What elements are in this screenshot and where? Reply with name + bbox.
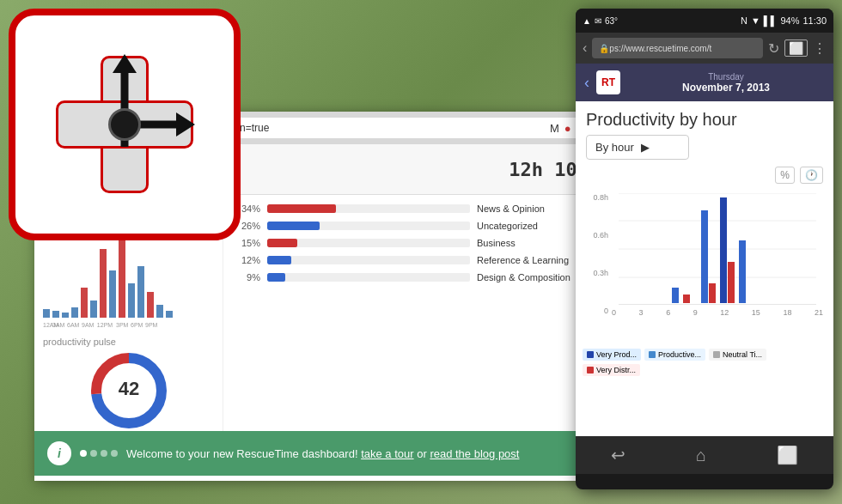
rt-logo: RT [596, 70, 620, 94]
wifi-icon: ▼ [751, 15, 760, 26]
category-row-3: 15% Business [236, 238, 589, 248]
cat-name-5: Design & Composition [477, 272, 589, 282]
recent-nav-button[interactable]: ⬜ [777, 445, 798, 465]
chart-bars: 0 3 6 9 12 15 18 21 [612, 193, 823, 317]
bar-10am-red [728, 262, 735, 303]
footer-dot-1[interactable] [80, 450, 87, 457]
legend-label-4: Very Distr... [596, 366, 636, 374]
y-label-0.3: 0.3h [586, 269, 608, 277]
chart-tools: % 🕐 [576, 167, 833, 189]
category-row-5: 9% Design & Composition [236, 272, 589, 282]
bar-9 [119, 240, 125, 318]
email-icon: ✉ [595, 16, 601, 26]
bar-11am-blue [739, 240, 746, 303]
cat-name-1: News & Opinion [477, 203, 589, 214]
pulse-value-text: 42 [118, 378, 138, 399]
x-label-9: 9 [693, 308, 698, 317]
bar-3 [62, 313, 69, 318]
productivity-pulse-section: productivity pulse 42 ▼ 16% from day bef… [43, 337, 214, 431]
bar-4 [71, 307, 78, 318]
bar-5 [81, 288, 88, 318]
bar-1 [43, 309, 50, 318]
legend-distracting: Very Distr... [583, 364, 640, 376]
bar-6am-blue [672, 288, 679, 303]
bar-9am-blue [701, 210, 708, 303]
label-9am: 9AM [82, 322, 94, 328]
gmail-icon[interactable]: M [550, 122, 559, 135]
cat-bar-wrap-5 [267, 273, 470, 282]
footer-dot-4[interactable] [111, 450, 118, 457]
percent-tool[interactable]: % [775, 167, 795, 184]
footer-message: Welcome to your new RescueTime dashboard… [126, 447, 358, 460]
footer-link-blog[interactable]: read the blog post [430, 447, 519, 460]
dashboard-footer: i Welcome to your new RescueTime dashboa… [34, 431, 601, 476]
footer-or: or [417, 447, 430, 460]
menu-icon[interactable]: ⋮ [813, 40, 827, 57]
cat-pct-4: 12% [236, 255, 260, 265]
by-hour-dropdown[interactable]: By hour ▶ [586, 135, 689, 160]
mobile-phone: ▲ ✉ 63° N ▼ ▌▌ 94% 11:30 ‹ 🔒 ps://www.re… [576, 9, 833, 489]
bar-10am-blue [720, 197, 727, 303]
legend-productive: Productive... [644, 349, 705, 361]
cat-name-2: Uncategorized [477, 221, 589, 231]
label-3am: 3AM [52, 322, 64, 328]
footer-dot-3[interactable] [101, 450, 107, 457]
home-nav-button[interactable]: ⌂ [696, 446, 706, 465]
phone-date: Thursday November 7, 2013 [627, 72, 825, 94]
y-label-0: 0 [586, 307, 608, 315]
phone-chart: 0.8h 0.6h 0.3h 0 [576, 189, 833, 343]
cat-bar-wrap-2 [267, 222, 470, 230]
cat-bar-fill-4 [267, 256, 291, 264]
bar-11 [137, 266, 144, 318]
cat-name-3: Business [477, 238, 589, 248]
cat-bar-fill-1 [267, 204, 336, 213]
legend-dot-2 [649, 351, 656, 358]
back-icon[interactable]: ‹ [583, 40, 587, 56]
back-arrow[interactable]: ‹ [584, 74, 589, 92]
footer-dot-2[interactable] [90, 450, 97, 457]
refresh-icon[interactable]: ↻ [768, 40, 779, 57]
x-label-15: 15 [752, 308, 760, 317]
x-label-0: 0 [612, 308, 616, 317]
label-12pm: 12PM [96, 322, 113, 328]
cat-bar-wrap-4 [267, 256, 470, 264]
bar-14 [166, 311, 173, 318]
url-text: ps://www.rescuetime.com/t [609, 44, 711, 53]
cat-name-4: Reference & Learning [477, 255, 589, 265]
app-icon [9, 9, 241, 240]
bar-7 [100, 249, 107, 318]
legend-label-2: Productive... [658, 350, 701, 359]
phone-chart-legend: Very Prod... Productive... Neutral Ti...… [576, 343, 833, 381]
footer-dots [80, 450, 118, 457]
back-nav-button[interactable]: ↩ [611, 445, 625, 465]
signal-icon: ▲ [583, 16, 591, 26]
legend-dot-1 [587, 351, 594, 358]
category-row-4: 12% Reference & Learning [236, 255, 589, 265]
time-x-labels: 12AM 3AM 6AM 9AM 12PM 3PM 6PM 9PM [43, 322, 214, 328]
footer-text: Welcome to your new RescueTime dashboard… [126, 447, 519, 460]
footer-link-tour[interactable]: take a tour [361, 447, 413, 460]
legend-dot-3 [713, 351, 720, 358]
cat-bar-fill-2 [267, 222, 320, 230]
category-row-2: 26% Uncategorized [236, 221, 589, 231]
cat-bar-wrap-3 [267, 239, 470, 247]
phone-nav-bar: ↩ ⌂ ⬜ [576, 436, 833, 474]
bar-10 [128, 283, 135, 318]
category-row-1: 34% News & Opinion [236, 203, 589, 214]
legend-dot-4 [587, 367, 594, 373]
bar-9am-red [709, 283, 716, 303]
label-9pm: 9PM [145, 322, 157, 328]
bar-13 [156, 305, 163, 318]
label-6am: 6AM [67, 322, 79, 328]
x-axis-labels: 0 3 6 9 12 15 18 21 [612, 308, 823, 317]
pulse-wrap: 42 ▼ 16% from day before [43, 352, 214, 431]
phone-url-bar[interactable]: 🔒 ps://www.rescuetime.com/t [592, 38, 763, 58]
clock-tool[interactable]: 🕐 [800, 167, 823, 184]
lock-icon: 🔒 [599, 44, 609, 53]
y-label-0.8: 0.8h [586, 193, 608, 202]
circle-icon[interactable]: ● [564, 122, 571, 135]
tabs-icon[interactable]: ⬜ [784, 39, 808, 57]
phone-app-header: ‹ RT Thursday November 7, 2013 [576, 64, 833, 101]
signal-bars: ▌▌ [764, 15, 778, 26]
x-label-12: 12 [720, 308, 729, 317]
